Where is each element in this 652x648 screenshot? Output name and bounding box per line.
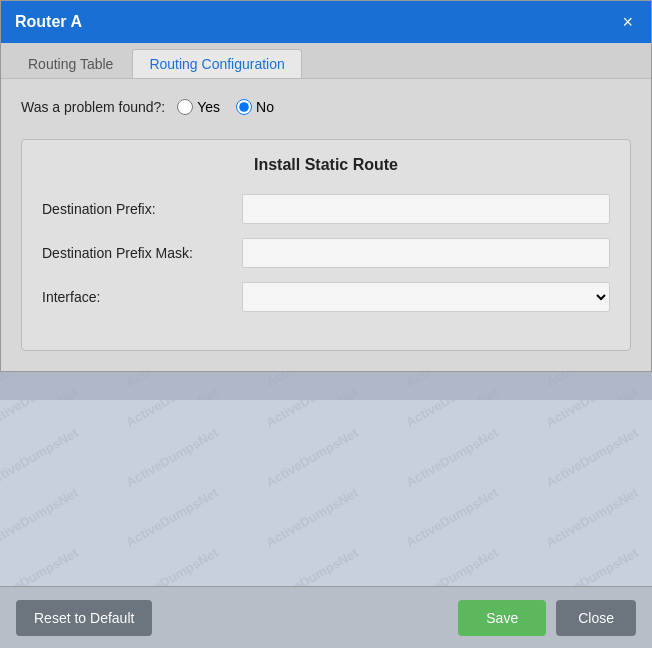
destination-prefix-mask-label: Destination Prefix Mask:	[42, 245, 242, 261]
radio-yes-input[interactable]	[177, 99, 193, 115]
save-button[interactable]: Save	[458, 600, 546, 636]
destination-prefix-label: Destination Prefix:	[42, 201, 242, 217]
close-button[interactable]: Close	[556, 600, 636, 636]
radio-group-problem: Yes No	[177, 99, 274, 115]
footer-right: Save Close	[458, 600, 636, 636]
destination-prefix-mask-input[interactable]	[242, 238, 610, 268]
modal-window: Router A × Routing Table Routing Configu…	[0, 0, 652, 372]
modal-body: Was a problem found?: Yes No Install Sta…	[1, 79, 651, 371]
footer-left: Reset to Default	[16, 600, 152, 636]
watermark-overlay: ActiveDumpsNetActiveDumpsNetActiveDumpsN…	[0, 400, 652, 586]
install-section-title: Install Static Route	[42, 156, 610, 174]
modal-header: Router A ×	[1, 1, 651, 43]
content-area: ActiveDumpsNetActiveDumpsNetActiveDumpsN…	[0, 400, 652, 586]
tab-routing-configuration[interactable]: Routing Configuration	[132, 49, 301, 78]
reset-to-default-button[interactable]: Reset to Default	[16, 600, 152, 636]
modal-title: Router A	[15, 13, 82, 31]
install-static-route-box: Install Static Route Destination Prefix:…	[21, 139, 631, 351]
radio-yes-label: Yes	[197, 99, 220, 115]
tab-routing-table[interactable]: Routing Table	[11, 49, 130, 78]
modal-close-button[interactable]: ×	[618, 11, 637, 33]
radio-no-label: No	[256, 99, 274, 115]
radio-no-input[interactable]	[236, 99, 252, 115]
destination-prefix-row: Destination Prefix:	[42, 194, 610, 224]
interface-label: Interface:	[42, 289, 242, 305]
problem-found-label: Was a problem found?:	[21, 99, 165, 115]
destination-prefix-mask-row: Destination Prefix Mask:	[42, 238, 610, 268]
problem-found-row: Was a problem found?: Yes No	[21, 99, 631, 115]
radio-yes-option[interactable]: Yes	[177, 99, 220, 115]
radio-no-option[interactable]: No	[236, 99, 274, 115]
interface-select[interactable]	[242, 282, 610, 312]
interface-row: Interface:	[42, 282, 610, 312]
tab-bar: Routing Table Routing Configuration	[1, 43, 651, 79]
destination-prefix-input[interactable]	[242, 194, 610, 224]
footer: Reset to Default Save Close	[0, 586, 652, 648]
